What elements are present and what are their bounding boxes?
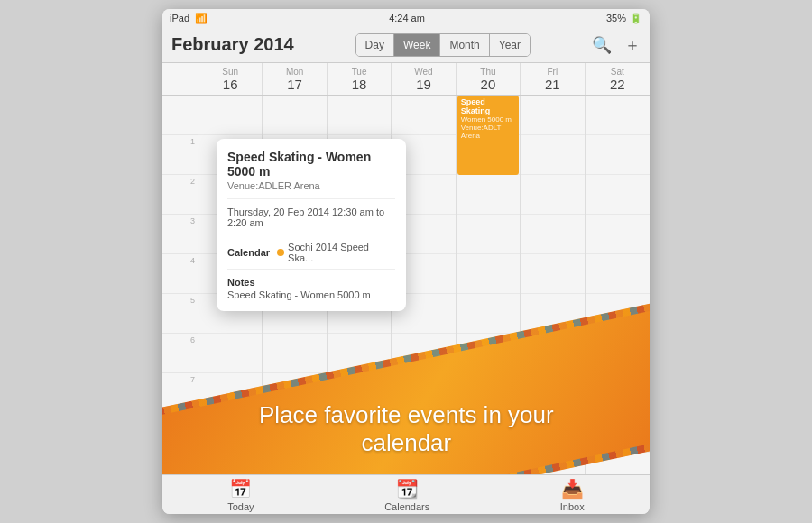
cell <box>457 413 520 453</box>
event-popup: Speed Skating - Women 5000 m Venue:ADLER… <box>217 139 406 311</box>
time-0 <box>162 96 198 135</box>
tab-today[interactable]: 📅 Today <box>227 478 254 512</box>
event-title: Speed Skating <box>461 97 515 115</box>
calendars-label: Calendars <box>384 501 429 512</box>
cell <box>457 373 520 413</box>
cell <box>263 96 326 135</box>
fri-label: Fri <box>548 67 558 77</box>
cell <box>586 215 650 254</box>
cell <box>263 453 326 474</box>
popup-datetime-row: Thursday, 20 Feb 2014 12:30 am to 2:20 a… <box>227 206 395 228</box>
popup-datetime: Thursday, 20 Feb 2014 12:30 am to 2:20 a… <box>227 206 395 228</box>
time-3: 3 <box>162 215 198 254</box>
thu-num: 20 <box>481 77 496 92</box>
cell <box>198 373 262 413</box>
cell <box>521 453 584 474</box>
event-venue: Venue:ADLT Arena <box>461 124 515 140</box>
cell <box>392 334 455 373</box>
header-tue: Tue 18 <box>328 63 392 95</box>
cell <box>198 96 262 135</box>
event-subtitle: Women 5000 m <box>461 115 515 124</box>
mon-label: Mon <box>286 67 303 77</box>
cell <box>328 373 391 413</box>
time-5: 5 <box>162 294 198 334</box>
time-9: 9 <box>162 453 198 474</box>
header-sat: Sat 22 <box>586 63 650 95</box>
cell <box>392 373 455 413</box>
popup-calendar-name: Sochi 2014 Speed Ska... <box>288 242 395 263</box>
time-1: 1 <box>162 135 198 175</box>
time-7: 7 <box>162 373 198 413</box>
popup-divider-2 <box>227 234 395 234</box>
day-col-thu: Speed Skating Women 5000 m Venue:ADLT Ar… <box>457 96 521 474</box>
cell <box>521 373 584 413</box>
sat-label: Sat <box>611 67 624 77</box>
cell <box>521 135 584 175</box>
cell <box>457 215 520 254</box>
cell <box>328 453 391 474</box>
cell <box>263 334 326 373</box>
popup-calendar-label: Calendar <box>227 247 270 258</box>
inbox-icon: 📥 <box>561 478 584 500</box>
tab-bar: 📅 Today 📆 Calendars 📥 Inbox <box>162 474 650 514</box>
battery-icon: 🔋 <box>630 13 642 24</box>
today-icon: 📅 <box>229 478 252 500</box>
cell <box>328 96 391 135</box>
cell <box>457 334 520 373</box>
cell <box>521 96 584 135</box>
status-right: 35% 🔋 <box>606 13 642 24</box>
ipad-frame: iPad 📶 4:24 am 35% 🔋 February 2014 Day W… <box>162 9 650 514</box>
cell <box>457 254 520 294</box>
view-month-button[interactable]: Month <box>440 34 489 56</box>
calendar-title: February 2014 <box>171 34 294 55</box>
sun-label: Sun <box>222 67 238 77</box>
cell <box>457 294 520 334</box>
device-label: iPad <box>170 13 189 23</box>
add-event-icon[interactable]: ＋ <box>624 34 641 56</box>
cell <box>586 135 650 175</box>
mon-num: 17 <box>287 77 302 92</box>
tab-inbox[interactable]: 📥 Inbox <box>560 478 585 512</box>
sun-num: 16 <box>223 77 238 92</box>
time-2: 2 <box>162 175 198 215</box>
view-week-button[interactable]: Week <box>394 34 440 56</box>
tab-calendars[interactable]: 📆 Calendars <box>384 478 429 512</box>
cell <box>457 175 520 215</box>
nav-bar: February 2014 Day Week Month Year 🔍 ＋ <box>162 27 650 63</box>
view-year-button[interactable]: Year <box>490 34 530 56</box>
sat-num: 22 <box>610 77 625 92</box>
calendar-body: 1 2 3 4 5 6 7 8 9 10 Noon 1 <box>162 96 650 474</box>
today-label: Today <box>227 501 254 512</box>
cell <box>521 294 584 334</box>
cell <box>198 334 262 373</box>
inbox-label: Inbox <box>560 501 585 512</box>
cell <box>521 413 584 453</box>
tue-label: Tue <box>352 67 367 77</box>
event-speed-skating[interactable]: Speed Skating Women 5000 m Venue:ADLT Ar… <box>457 96 519 175</box>
cell <box>586 294 650 334</box>
cell <box>586 254 650 294</box>
cell <box>521 215 584 254</box>
cell <box>263 373 326 413</box>
time-col-header <box>162 63 198 95</box>
header-sun: Sun 16 <box>198 63 263 95</box>
view-day-button[interactable]: Day <box>356 34 394 56</box>
tue-num: 18 <box>352 77 367 92</box>
cell <box>586 413 650 453</box>
search-icon[interactable]: 🔍 <box>592 35 612 55</box>
cell <box>198 453 262 474</box>
time-6: 6 <box>162 334 198 373</box>
thu-label: Thu <box>480 67 495 77</box>
day-col-fri <box>521 96 585 474</box>
time-4: 4 <box>162 254 198 294</box>
cell <box>521 175 584 215</box>
header-wed: Wed 19 <box>392 63 456 95</box>
header-thu: Thu 20 <box>457 63 521 95</box>
day-col-sat <box>586 96 650 474</box>
cell <box>457 453 520 474</box>
time-8: 8 <box>162 413 198 453</box>
view-switcher: Day Week Month Year <box>355 33 531 57</box>
battery-label: 35% <box>606 13 626 23</box>
popup-notes-text: Speed Skating - Women 5000 m <box>227 289 395 300</box>
cell <box>198 413 262 453</box>
